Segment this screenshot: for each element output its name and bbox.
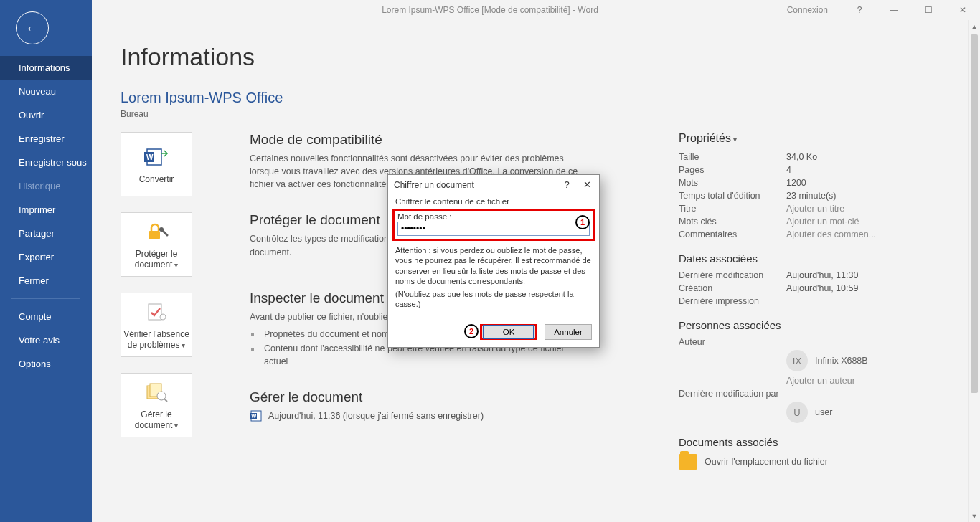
convert-tile[interactable]: W Convertir: [121, 132, 192, 196]
dialog-warning-text: Attention : si vous perdez ou oubliez le…: [395, 245, 592, 286]
chevron-down-icon: [172, 420, 178, 430]
properties-heading[interactable]: Propriétés: [679, 132, 980, 145]
convert-icon: W: [144, 144, 169, 170]
chevron-down-icon: [731, 132, 737, 144]
password-input[interactable]: [397, 222, 590, 236]
author-avatar: IX: [786, 350, 808, 371]
close-button[interactable]: ✕: [950, 3, 976, 17]
svg-point-6: [160, 314, 166, 320]
prop-modified-value: Aujourd'hui, 11:30: [786, 270, 858, 280]
back-button[interactable]: ←: [16, 11, 49, 44]
sidebar-item-informations[interactable]: Informations: [0, 56, 92, 80]
vertical-scrollbar[interactable]: ▲ ▼: [968, 20, 980, 522]
svg-rect-5: [149, 304, 161, 320]
sidebar-item-partager[interactable]: Partager: [0, 222, 92, 245]
prop-pages-value: 4: [786, 165, 791, 175]
document-stack-icon: [144, 379, 169, 405]
shield-check-icon: [144, 299, 169, 325]
sidebar-item-ouvrir[interactable]: Ouvrir: [0, 103, 92, 127]
properties-panel: Propriétés Taille34,0 Ko Pages4 Mots1200…: [679, 132, 980, 470]
titlebar: Lorem Ipsum-WPS Office [Mode de compatib…: [0, 0, 980, 20]
sidebar-item-enregistrer-sous[interactable]: Enregistrer sous: [0, 151, 92, 174]
sidebar-item-exporter[interactable]: Exporter: [0, 245, 92, 269]
lastmodby-name: user: [815, 407, 832, 417]
prop-words-label: Mots: [679, 178, 786, 188]
sidebar-item-fermer[interactable]: Fermer: [0, 269, 92, 293]
document-title: Lorem Ipsum-WPS Office: [121, 90, 980, 106]
open-file-location-link[interactable]: Ouvrir l'emplacement du fichier: [679, 454, 980, 470]
arrow-left-icon: ←: [25, 21, 39, 35]
manage-document-tile-label: Gérer le document: [121, 409, 192, 431]
help-button[interactable]: ?: [847, 3, 872, 17]
signin-link[interactable]: Connexion: [787, 5, 828, 15]
folder-icon: [679, 454, 697, 470]
prop-comments-label: Commentaires: [679, 229, 786, 239]
prop-lastmodby-label: Dernière modification par: [679, 389, 786, 399]
svg-rect-3: [149, 231, 160, 239]
dialog-subtitle: Chiffrer le contenu de ce fichier: [395, 197, 592, 206]
prop-edit-time-label: Temps total d'édition: [679, 191, 786, 201]
prop-tags-value[interactable]: Ajouter un mot-clé: [786, 217, 859, 227]
add-author-field[interactable]: Ajouter un auteur: [786, 376, 855, 386]
manage-document-tile[interactable]: Gérer le document: [121, 373, 192, 437]
word-doc-icon: W: [250, 409, 263, 422]
sidebar-item-imprimer[interactable]: Imprimer: [0, 198, 92, 222]
persons-heading: Personnes associées: [679, 319, 980, 331]
check-issues-tile-label: Vérifier l'absence de problèmes: [121, 329, 192, 351]
lock-icon: [144, 219, 169, 245]
manage-title: Gérer le document: [250, 389, 657, 405]
protect-document-tile-label: Protéger le document: [121, 249, 192, 270]
dialog-help-button[interactable]: ?: [560, 179, 573, 190]
scroll-thumb[interactable]: [971, 34, 978, 393]
password-label: Mot de passe :: [397, 212, 590, 221]
ok-button[interactable]: OK: [483, 325, 534, 339]
document-location: Bureau: [121, 109, 980, 119]
sidebar-item-nouveau[interactable]: Nouveau: [0, 80, 92, 103]
unsaved-version-link[interactable]: Aujourd'hui, 11:36 (lorsque j'ai fermé s…: [268, 411, 484, 421]
page-heading: Informations: [121, 43, 980, 71]
backstage-sidebar: ← Informations Nouveau Ouvrir Enregistre…: [0, 0, 92, 522]
cancel-button[interactable]: Annuler: [545, 324, 592, 340]
annotation-red-box-1: Mot de passe : 1: [392, 209, 595, 241]
prop-size-label: Taille: [679, 152, 786, 162]
prop-created-value: Aujourd'hui, 10:59: [786, 283, 858, 293]
dialog-note-text: (N'oubliez pas que les mots de passe res…: [395, 289, 592, 310]
prop-tags-label: Mots clés: [679, 217, 786, 227]
prop-comments-value[interactable]: Ajouter des commen...: [786, 229, 876, 239]
encrypt-document-dialog: Chiffrer un document ? ✕ Chiffrer le con…: [387, 174, 600, 348]
lastmodby-avatar: U: [786, 402, 808, 423]
prop-edit-time-value: 23 minute(s): [786, 191, 836, 201]
check-issues-tile[interactable]: Vérifier l'absence de problèmes: [121, 293, 192, 357]
protect-document-tile[interactable]: Protéger le document: [121, 212, 192, 277]
compat-title: Mode de compatibilité: [250, 132, 657, 148]
chevron-down-icon: [179, 340, 185, 350]
sidebar-item-options[interactable]: Options: [0, 352, 92, 376]
author-name: Infinix X688B: [815, 356, 868, 366]
prop-words-value: 1200: [786, 178, 806, 188]
prop-printed-label: Dernière impression: [679, 296, 786, 306]
prop-pages-label: Pages: [679, 165, 786, 175]
maximize-button[interactable]: ☐: [915, 3, 941, 17]
prop-author-label: Auteur: [679, 337, 786, 347]
prop-title-label: Titre: [679, 204, 786, 214]
annotation-circle-1: 1: [575, 215, 590, 229]
prop-created-label: Création: [679, 283, 786, 293]
manage-section: Gérer le document W Aujourd'hui, 11:36 (…: [250, 389, 657, 422]
annotation-circle-2: 2: [464, 324, 479, 338]
scroll-up-button[interactable]: ▲: [969, 20, 980, 32]
svg-text:W: W: [146, 153, 154, 161]
sidebar-item-enregistrer[interactable]: Enregistrer: [0, 127, 92, 151]
scroll-down-button[interactable]: ▼: [969, 510, 980, 522]
dates-heading: Dates associées: [679, 252, 980, 265]
annotation-red-box-2: OK: [480, 324, 537, 340]
svg-point-4: [159, 227, 164, 232]
prop-title-value[interactable]: Ajouter un titre: [786, 204, 844, 214]
chevron-down-icon: [172, 260, 178, 270]
sidebar-item-votre-avis[interactable]: Votre avis: [0, 328, 92, 352]
minimize-button[interactable]: —: [881, 3, 907, 17]
sidebar-item-compte[interactable]: Compte: [0, 305, 92, 328]
sidebar-divider: [11, 298, 80, 299]
docs-heading: Documents associés: [679, 436, 980, 448]
svg-text:W: W: [252, 414, 257, 419]
dialog-close-button[interactable]: ✕: [580, 179, 593, 190]
